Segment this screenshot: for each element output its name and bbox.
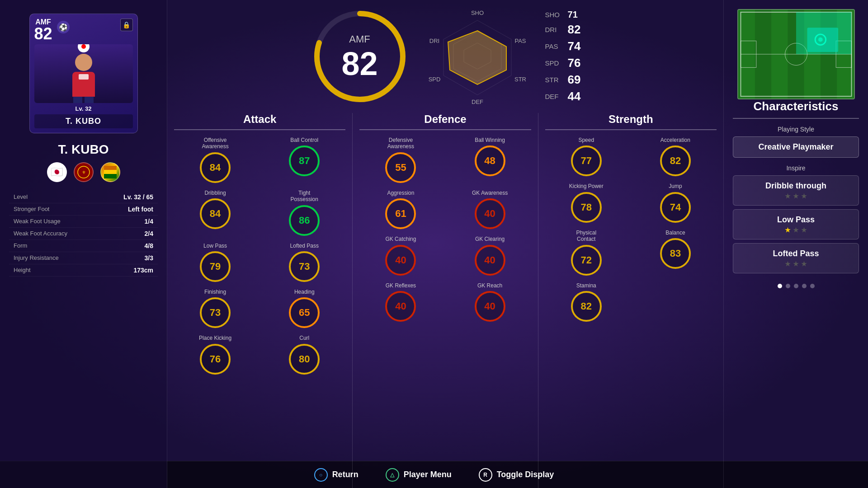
main-content: AMF 82 SHO PAS STR DEF SPD DRI xyxy=(167,0,723,488)
sho-value: 71 xyxy=(568,9,578,20)
svg-text:SHO: SHO xyxy=(471,9,483,16)
defence-column: Defence DefensiveAwareness 55 Ball Winni… xyxy=(353,113,538,488)
dot-4 xyxy=(802,284,807,288)
char-item-low-pass: Low Pass ★ ★ ★ xyxy=(733,209,859,239)
lock-icon: 🔒 xyxy=(120,19,133,31)
stat-row-form: Form 4/8 xyxy=(9,240,158,252)
player-stats-list: Level Lv. 32 / 65 Stronger Foot Left foo… xyxy=(9,191,158,277)
attr-circle: 76 xyxy=(200,344,231,375)
attr-offensive-awareness: OffensiveAwareness 84 xyxy=(200,137,231,183)
attr-circle: 40 xyxy=(475,198,505,229)
strength-column: Strength Speed 77 Acceleration 82 Kickin… xyxy=(538,113,723,488)
dot-3 xyxy=(794,284,798,288)
attr-circle: 82 xyxy=(660,145,691,176)
dribble-stars: ★ ★ ★ xyxy=(739,192,853,200)
attr-ball-winning: Ball Winning 48 xyxy=(475,137,505,183)
attr-circle: 74 xyxy=(660,192,691,223)
stat-spd-row: SPD 76 xyxy=(545,56,581,70)
wfa-label: Weak Foot Accuracy xyxy=(14,230,67,237)
attr-gk-catching: GK Catching 40 xyxy=(385,236,416,275)
attr-circle: 72 xyxy=(571,245,602,276)
attr-circle: 65 xyxy=(289,297,320,328)
attr-circle: 55 xyxy=(385,152,416,183)
form-label: Form xyxy=(14,242,27,249)
strength-title: Strength xyxy=(545,113,717,130)
player-card: AMF 82 ⚽ 🔒 xyxy=(29,14,138,133)
char-item-dribble: Dribble through ★ ★ ★ xyxy=(733,175,859,206)
def-label: DEF xyxy=(545,93,561,100)
star-filled: ★ xyxy=(785,226,791,234)
attr-low-pass: Low Pass 79 xyxy=(200,243,231,282)
svg-text:SPD: SPD xyxy=(428,76,440,83)
attr-name: GK Reach xyxy=(477,282,502,289)
stats-numbers: SHO 71 DRI 82 PAS 74 SPD 76 STR 69 xyxy=(545,9,581,103)
sho-label: SHO xyxy=(545,11,561,19)
attr-name: TightPossession xyxy=(291,190,318,203)
attr-name: PhysicalContact xyxy=(576,230,596,243)
attr-circle: 40 xyxy=(475,245,505,276)
dri-label: DRI xyxy=(545,26,561,33)
characteristics-title: Characteristics xyxy=(733,99,859,119)
attr-circle: 86 xyxy=(289,205,320,236)
attr-circle: 40 xyxy=(475,291,505,322)
attr-circle: 78 xyxy=(571,192,602,223)
dot-2 xyxy=(786,284,790,288)
card-rating: 82 xyxy=(34,26,52,42)
attr-gk-clearing: GK Clearing 40 xyxy=(475,236,505,275)
attack-column: Attack OffensiveAwareness 84 Ball Contro… xyxy=(167,113,353,488)
rating-text: AMF 82 xyxy=(341,33,377,80)
attr-jump: Jump 74 xyxy=(660,183,691,222)
radar-svg: SHO PAS STR DEF SPD DRI xyxy=(428,7,527,106)
svg-text:PAS: PAS xyxy=(514,38,526,44)
attr-name: Ball Winning xyxy=(475,137,505,143)
dot-1 xyxy=(778,284,782,288)
height-value: 173cm xyxy=(133,267,153,274)
svg-text:⚜: ⚜ xyxy=(81,170,85,175)
attack-grid: OffensiveAwareness 84 Ball Control 87 Dr… xyxy=(174,137,345,375)
radar-chart: SHO PAS STR DEF SPD DRI xyxy=(428,7,527,106)
char-item-lofted-pass: Lofted Pass ★ ★ ★ xyxy=(733,243,859,273)
svg-text:DRI: DRI xyxy=(429,38,439,44)
lofted-pass-stars: ★ ★ ★ xyxy=(739,260,853,267)
stat-str-row: STR 69 xyxy=(545,73,581,87)
main-container: AMF 82 ⚽ 🔒 xyxy=(0,0,868,488)
playing-style-label: Playing Style xyxy=(733,126,859,133)
attr-circle: 84 xyxy=(200,198,231,229)
svg-rect-2 xyxy=(104,166,117,170)
left-panel: AMF 82 ⚽ 🔒 xyxy=(0,0,167,488)
def-value: 44 xyxy=(568,89,581,103)
attr-speed: Speed 77 xyxy=(571,137,602,176)
attr-name: Finishing xyxy=(204,289,226,295)
attr-name: Balance xyxy=(665,230,685,236)
foot-value: Left foot xyxy=(128,206,153,213)
stat-row-height: Height 173cm xyxy=(9,264,158,277)
attr-physical-contact: PhysicalContact 72 xyxy=(571,230,602,276)
attr-name: OffensiveAwareness xyxy=(202,137,229,150)
star-empty: ★ xyxy=(801,260,807,267)
dot-5 xyxy=(810,284,815,288)
rating-position: AMF xyxy=(341,33,377,45)
attr-circle: 48 xyxy=(475,145,505,176)
attr-name: Heading xyxy=(294,289,315,295)
attr-name: Low Pass xyxy=(203,243,227,249)
attr-name: GK Awareness xyxy=(472,190,508,196)
attr-name: Kicking Power xyxy=(569,183,604,189)
attr-balance: Balance 83 xyxy=(660,230,691,276)
top-info-row: AMF 82 SHO PAS STR DEF SPD DRI xyxy=(167,0,723,113)
stat-sho-row: SHO 71 xyxy=(545,9,581,20)
svg-text:DEF: DEF xyxy=(472,99,483,105)
level-label: Level xyxy=(14,193,28,201)
inspire-label: Inspire xyxy=(733,164,859,172)
card-level: Lv. 32 xyxy=(34,105,133,112)
pas-label: PAS xyxy=(545,42,561,50)
svg-marker-16 xyxy=(448,31,506,84)
attr-name: Speed xyxy=(578,137,594,143)
stat-dri-row: DRI 82 xyxy=(545,23,581,37)
attr-circle: 83 xyxy=(660,238,691,269)
attr-name: Lofted Pass xyxy=(290,243,319,249)
star-empty: ★ xyxy=(793,226,799,234)
attr-aggression: Aggression 61 xyxy=(385,190,416,229)
attr-circle: 87 xyxy=(289,145,320,176)
attr-circle: 80 xyxy=(289,344,320,375)
dri-value: 82 xyxy=(568,23,581,37)
